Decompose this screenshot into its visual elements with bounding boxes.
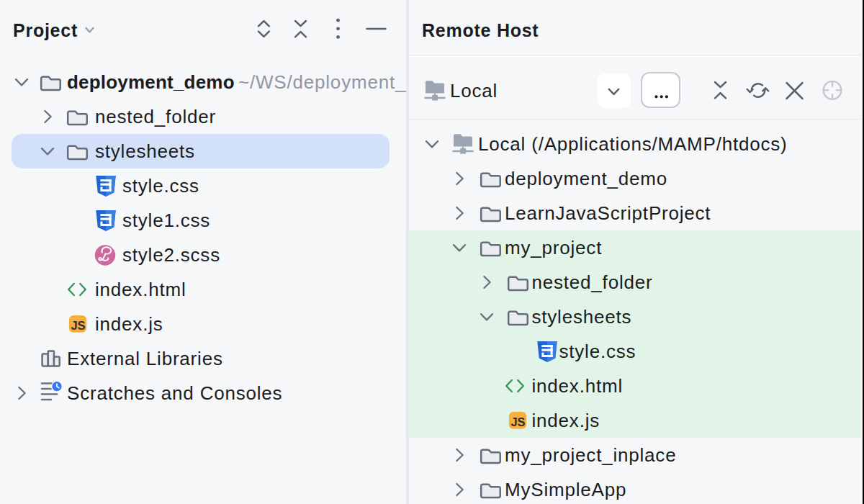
svg-text:JS: JS [71, 319, 86, 332]
svg-text:JS: JS [511, 415, 526, 428]
